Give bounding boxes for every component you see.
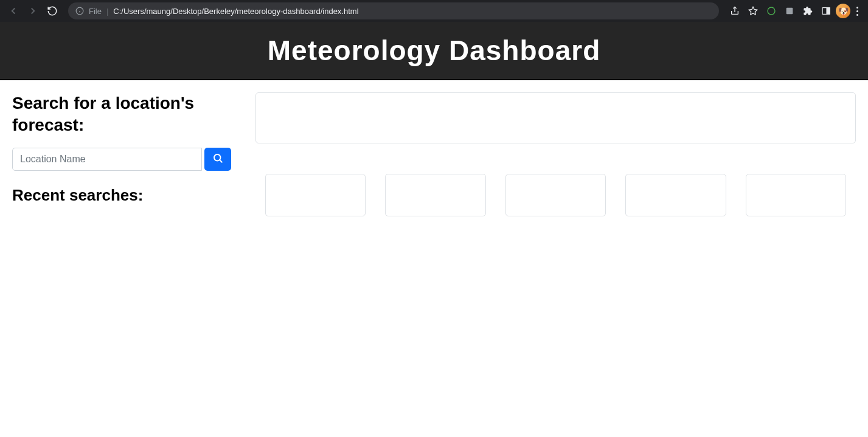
main-content: Search for a location's forecast: Recent… bbox=[0, 80, 868, 229]
search-button[interactable] bbox=[204, 148, 231, 171]
page-title: Meteorology Dashboard bbox=[0, 34, 868, 67]
browser-actions: 🐶 bbox=[726, 2, 863, 19]
address-divider: | bbox=[106, 7, 108, 16]
forecast-row bbox=[255, 174, 856, 216]
forecast-card bbox=[265, 174, 366, 216]
extensions-puzzle-icon[interactable] bbox=[799, 2, 816, 19]
location-search-input[interactable] bbox=[12, 148, 202, 171]
search-form bbox=[12, 148, 231, 171]
forward-button[interactable] bbox=[24, 2, 41, 19]
extension-icon-2[interactable] bbox=[781, 2, 798, 19]
forecast-card bbox=[625, 174, 726, 216]
forecast-card bbox=[505, 174, 606, 216]
svg-rect-9 bbox=[827, 8, 830, 15]
back-button[interactable] bbox=[5, 2, 22, 19]
search-heading: Search for a location's forecast: bbox=[12, 92, 231, 137]
bookmark-star-icon[interactable] bbox=[745, 2, 762, 19]
svg-point-5 bbox=[768, 7, 775, 15]
info-icon bbox=[75, 7, 84, 15]
share-icon[interactable] bbox=[726, 2, 743, 19]
side-panel-icon[interactable] bbox=[818, 2, 835, 19]
browser-toolbar: File | C:/Users/maung/Desktop/Berkeley/m… bbox=[0, 0, 868, 22]
recent-searches-heading: Recent searches: bbox=[12, 186, 231, 205]
address-bar[interactable]: File | C:/Users/maung/Desktop/Berkeley/m… bbox=[68, 2, 719, 19]
svg-marker-4 bbox=[749, 7, 757, 15]
profile-avatar[interactable]: 🐶 bbox=[836, 4, 850, 18]
forecast-card bbox=[746, 174, 846, 216]
svg-line-11 bbox=[220, 160, 222, 162]
address-url: C:/Users/maung/Desktop/Berkeley/meteorol… bbox=[113, 7, 358, 16]
page-header: Meteorology Dashboard bbox=[0, 22, 868, 80]
sidebar: Search for a location's forecast: Recent… bbox=[12, 92, 231, 216]
current-weather-card bbox=[255, 92, 856, 143]
results-area bbox=[255, 92, 856, 216]
svg-rect-6 bbox=[786, 8, 793, 15]
address-scheme-label: File bbox=[89, 7, 102, 16]
chrome-menu-icon[interactable] bbox=[852, 4, 863, 18]
forecast-card bbox=[385, 174, 485, 216]
extension-icon-1[interactable] bbox=[763, 2, 780, 19]
search-icon bbox=[212, 153, 223, 165]
reload-button[interactable] bbox=[44, 2, 61, 19]
